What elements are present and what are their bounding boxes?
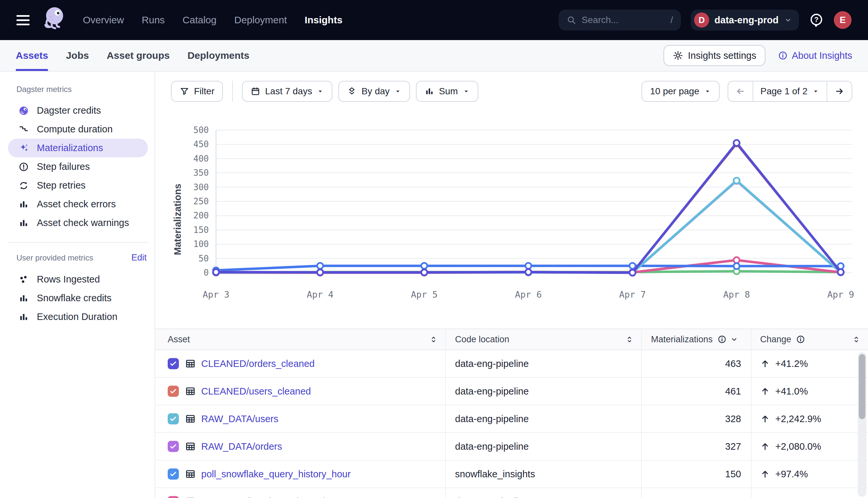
about-insights-link[interactable]: About Insights	[778, 50, 852, 61]
gear-icon	[673, 50, 683, 61]
code-location-cell: data-eng-pipeline	[446, 433, 642, 461]
tab-asset-groups[interactable]: Asset groups	[106, 40, 170, 71]
column-header-materializations[interactable]: Materializations	[642, 329, 752, 350]
asset-cell: CLEANED/users_cleaned	[155, 378, 446, 405]
sidebar-item-label: Compute duration	[37, 124, 113, 135]
sort-icon[interactable]	[429, 335, 438, 344]
svg-text:150: 150	[193, 225, 209, 235]
dagster-logo[interactable]	[41, 6, 66, 34]
sort-icon[interactable]	[852, 335, 861, 344]
table-row: poll_snowflake_query_history_hoursnowfla…	[155, 461, 868, 488]
per-page-dropdown[interactable]: 10 per page	[641, 81, 719, 102]
date-range-dropdown[interactable]: Last 7 days	[242, 81, 332, 102]
search-icon	[566, 15, 576, 25]
granularity-dropdown[interactable]: By day	[338, 81, 410, 102]
svg-text:Apr 4: Apr 4	[307, 289, 333, 300]
sidebar-item-snowflake-credits[interactable]: Snowflake credits	[8, 289, 148, 307]
help-icon[interactable]: ?	[809, 12, 824, 28]
table-asset-icon	[185, 441, 196, 452]
column-header-change[interactable]: Change	[752, 329, 868, 350]
column-header-asset[interactable]: Asset	[155, 329, 446, 350]
sidebar-item-materializations[interactable]: Materializations	[8, 139, 148, 157]
table-scrollbar[interactable]	[858, 352, 866, 497]
asset-link[interactable]: CLEANED/users_cleaned	[201, 386, 311, 397]
insights-settings-button[interactable]: Insights settings	[664, 45, 765, 66]
arrow-up-icon	[760, 414, 770, 424]
bar-chart-icon	[424, 87, 434, 96]
next-page-button[interactable]	[827, 81, 852, 101]
sidebar-item-step-retries[interactable]: Step retries	[8, 176, 148, 195]
svg-text:Apr 7: Apr 7	[619, 289, 646, 300]
per-page-label: 10 per page	[650, 86, 699, 96]
question-icon: ?	[809, 12, 824, 28]
nav-link-runs[interactable]: Runs	[142, 14, 165, 26]
page-label: Page 1 of 2	[761, 86, 807, 96]
asset-link[interactable]: poll_snowflake_query_history_hour	[201, 469, 351, 480]
svg-text:0: 0	[204, 268, 209, 278]
sidebar-item-label: Asset check errors	[37, 199, 116, 210]
user-avatar[interactable]: E	[834, 11, 852, 29]
row-checkbox[interactable]	[168, 469, 179, 480]
sidebar-item-compute-duration[interactable]: Compute duration	[8, 120, 148, 139]
materializations-cell: 327	[642, 433, 752, 461]
tab-assets[interactable]: Assets	[16, 40, 48, 71]
about-insights-label: About Insights	[792, 50, 852, 61]
dagster-icon	[18, 105, 29, 116]
sort-icon[interactable]	[625, 335, 634, 344]
row-checkbox[interactable]	[168, 358, 179, 369]
aggregation-dropdown[interactable]: Sum	[416, 81, 478, 102]
asset-link[interactable]: RAW_DATA/users	[201, 414, 279, 424]
column-header-code-location[interactable]: Code location	[446, 329, 642, 350]
chart-toolbar: Filter Last 7 days By day Sum	[171, 81, 852, 102]
filter-icon	[179, 87, 189, 96]
prev-page-button[interactable]	[728, 81, 753, 101]
table-asset-icon	[185, 496, 196, 498]
bars-icon	[18, 199, 29, 210]
nav-link-overview[interactable]: Overview	[83, 14, 124, 26]
sidebar-item-step-failures[interactable]: Step failures	[8, 157, 148, 176]
nav-link-deployment[interactable]: Deployment	[234, 14, 287, 26]
svg-text:300: 300	[193, 182, 209, 192]
page-selector[interactable]: Page 1 of 2	[753, 81, 827, 101]
nav-right: Search... / D data-eng-prod ? E	[559, 10, 852, 30]
sidebar-item-execution-duration[interactable]: Execution Duration	[8, 307, 148, 326]
scrollbar-thumb[interactable]	[859, 354, 865, 419]
tab-deployments[interactable]: Deployments	[188, 40, 249, 71]
workspace-switcher[interactable]: D data-eng-prod	[691, 10, 799, 30]
info-icon[interactable]	[717, 335, 727, 344]
row-checkbox[interactable]	[168, 441, 179, 452]
row-checkbox[interactable]	[168, 413, 179, 424]
asset-link[interactable]: CLEANED/locations_cleaned	[201, 496, 325, 498]
nav-link-catalog[interactable]: Catalog	[182, 14, 216, 26]
pagination: Page 1 of 2	[728, 81, 852, 102]
layers-icon	[347, 87, 357, 96]
arrow-up-icon	[760, 442, 770, 451]
row-checkbox[interactable]	[168, 386, 179, 397]
sidebar-item-rows-ingested[interactable]: Rows Ingested	[8, 270, 148, 289]
chart-plot[interactable]: 050100150200250300350400450500Apr 3Apr 4…	[181, 121, 855, 319]
nav-link-insights[interactable]: Insights	[305, 14, 343, 26]
asset-cell: poll_snowflake_query_history_hour	[155, 461, 446, 488]
asset-link[interactable]: RAW_DATA/orders	[201, 441, 282, 452]
svg-text:500: 500	[193, 125, 209, 135]
table-row: CLEANED/orders_cleaneddata-eng-pipeline4…	[155, 350, 868, 378]
filter-button[interactable]: Filter	[171, 81, 223, 102]
sidebar-section-title: Dagster metrics	[16, 85, 72, 94]
search-input[interactable]: Search... /	[559, 10, 681, 30]
row-checkbox[interactable]	[168, 496, 179, 498]
chart-svg: 050100150200250300350400450500Apr 3Apr 4…	[181, 121, 855, 318]
info-icon[interactable]	[796, 335, 805, 344]
sidebar-item-asset-check-warnings[interactable]: Asset check warnings	[8, 213, 148, 232]
sidebar-item-asset-check-errors[interactable]: Asset check errors	[8, 195, 148, 213]
chevron-down-icon[interactable]	[730, 335, 739, 344]
bars-icon	[18, 218, 29, 228]
edit-metrics-link[interactable]: Edit	[131, 253, 146, 263]
svg-text:50: 50	[199, 253, 209, 263]
sidebar-item-dagster-credits[interactable]: Dagster credits	[8, 101, 148, 120]
tab-jobs[interactable]: Jobs	[66, 40, 89, 71]
sidebar-item-label: Rows Ingested	[37, 274, 100, 285]
change-cell: +41.0%	[752, 378, 868, 405]
table-asset-icon	[185, 413, 196, 424]
asset-link[interactable]: CLEANED/orders_cleaned	[201, 358, 315, 369]
menu-icon[interactable]	[16, 15, 29, 25]
